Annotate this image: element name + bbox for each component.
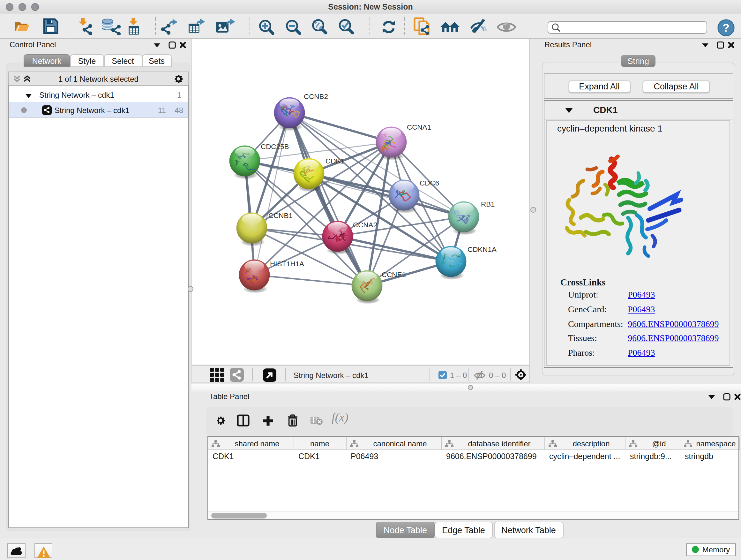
svg-text:CCNB2: CCNB2 bbox=[304, 92, 328, 101]
svg-text:CDK1: CDK1 bbox=[326, 157, 345, 165]
svg-text:?: ? bbox=[723, 21, 729, 34]
svg-text:HIST1H1A: HIST1H1A bbox=[270, 260, 304, 268]
svg-text:CCNB1: CCNB1 bbox=[268, 212, 293, 220]
svg-text:RB1: RB1 bbox=[481, 200, 495, 208]
svg-text:CDKN1A: CDKN1A bbox=[468, 246, 496, 253]
svg-text:CCNE1: CCNE1 bbox=[382, 271, 406, 279]
svg-text:CCNA2: CCNA2 bbox=[353, 221, 377, 229]
svg-text:CCNA1: CCNA1 bbox=[407, 123, 431, 131]
svg-text:CDC6: CDC6 bbox=[420, 179, 439, 187]
svg-text:CDC25B: CDC25B bbox=[261, 143, 289, 151]
